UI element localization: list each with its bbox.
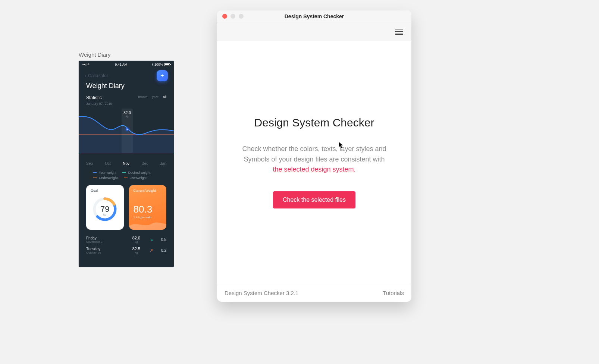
log-unit: kg bbox=[126, 240, 147, 244]
menu-button[interactable] bbox=[395, 28, 403, 36]
artboard-label: Weight Diary bbox=[79, 51, 174, 58]
status-battery: 100% bbox=[154, 63, 163, 66]
footer-version: Design System Checker 3.2.1 bbox=[225, 290, 298, 296]
status-time: 9:41 AM bbox=[115, 63, 127, 66]
chevron-left-icon: ‹ bbox=[85, 73, 86, 78]
range-tab-year[interactable]: year bbox=[152, 95, 159, 99]
battery-icon bbox=[164, 63, 170, 66]
arrow-up-icon: ↗ bbox=[146, 248, 156, 253]
chart-legend: Your weight Desired weight Underweight O… bbox=[79, 166, 174, 180]
log-day: Tuesday bbox=[86, 247, 126, 251]
log-row[interactable]: Friday November 3 82.0 kg ↘ 0.5 bbox=[86, 234, 166, 245]
signal-icon: ••ıl ᯤ bbox=[82, 63, 91, 66]
window-body: Design System Checker Check whether the … bbox=[217, 41, 411, 284]
nav-back[interactable]: ‹ Calculator bbox=[85, 73, 108, 78]
month-dec[interactable]: Dec bbox=[142, 161, 148, 166]
legend-desired-weight: Desired weight bbox=[128, 171, 151, 175]
phone-mock: ••ıl ᯤ 9:41 AM ᚼ 100% ‹ Calculator + Wei… bbox=[79, 61, 174, 267]
log-value: 82.5 bbox=[126, 247, 147, 251]
page-title: Weight Diary bbox=[79, 81, 174, 90]
log-day: Friday bbox=[86, 236, 126, 240]
description-text: Check whether the colors, texts, layer s… bbox=[242, 145, 386, 163]
arrow-down-icon: ↘ bbox=[146, 237, 156, 242]
tutorials-link[interactable]: Tutorials bbox=[383, 290, 404, 296]
check-files-button[interactable]: Check the selected files bbox=[273, 191, 355, 208]
log-delta: 0.5 bbox=[156, 238, 166, 242]
window-minimize-button[interactable] bbox=[230, 14, 235, 19]
plus-icon: + bbox=[160, 72, 164, 79]
artboard-weight-diary[interactable]: Weight Diary ••ıl ᯤ 9:41 AM ᚼ 100% ‹ Cal… bbox=[79, 51, 174, 267]
current-value: 80.3 bbox=[134, 204, 153, 215]
range-tab-all[interactable]: all bbox=[163, 95, 166, 99]
design-system-link[interactable]: the selected design system. bbox=[273, 166, 355, 173]
add-button[interactable]: + bbox=[157, 70, 168, 81]
goal-label: Goal bbox=[91, 189, 98, 192]
log-unit: kg bbox=[126, 251, 147, 254]
legend-your-weight: Your weight bbox=[99, 171, 116, 175]
log-date: November 3 bbox=[86, 240, 126, 244]
legend-overweight: Overweight bbox=[130, 176, 147, 180]
hamburger-icon bbox=[395, 29, 403, 30]
status-bar: ••ıl ᯤ 9:41 AM ᚼ 100% bbox=[79, 61, 174, 68]
titlebar[interactable]: Design System Checker bbox=[217, 10, 411, 22]
current-label: Current Weight bbox=[134, 189, 156, 192]
current-weight-card[interactable]: Current Weight 80.3 1.4 kg remain bbox=[129, 185, 167, 230]
desired-line bbox=[79, 153, 174, 153]
plugin-window: Design System Checker Design System Chec… bbox=[217, 10, 411, 302]
window-footer: Design System Checker 3.2.1 Tutorials bbox=[217, 284, 411, 302]
month-nov[interactable]: Nov bbox=[123, 161, 129, 166]
main-title: Design System Checker bbox=[254, 116, 374, 129]
bluetooth-icon: ᚼ bbox=[151, 63, 153, 66]
window-zoom-button[interactable] bbox=[239, 14, 244, 19]
window-title: Design System Checker bbox=[217, 13, 411, 19]
statistic-date: January 07, 2019 bbox=[86, 102, 112, 106]
month-sep[interactable]: Sep bbox=[86, 161, 93, 166]
month-axis: Sep Oct Nov Dec Jan bbox=[79, 153, 174, 166]
weight-chart[interactable]: 82.0 kg bbox=[79, 109, 174, 153]
log-delta: 0.2 bbox=[156, 248, 166, 252]
range-tab-month[interactable]: month bbox=[138, 95, 147, 99]
statistic-label: Statistic bbox=[86, 95, 112, 100]
goal-value: 79 bbox=[100, 204, 109, 214]
goal-unit: kg bbox=[103, 213, 106, 216]
month-jan[interactable]: Jan bbox=[160, 161, 166, 166]
main-description: Check whether the colors, texts, layer s… bbox=[239, 144, 390, 175]
window-close-button[interactable] bbox=[222, 14, 227, 19]
toolbar bbox=[217, 22, 411, 41]
log-date: October 30 bbox=[86, 251, 126, 254]
legend-underweight: Underweight bbox=[99, 176, 118, 180]
log-value: 82.0 bbox=[126, 236, 147, 240]
nav-back-label: Calculator bbox=[88, 73, 108, 78]
month-oct[interactable]: Oct bbox=[105, 161, 111, 166]
log-row[interactable]: Tuesday October 30 82.5 kg ↗ 0.2 bbox=[86, 245, 166, 256]
weight-log: Friday November 3 82.0 kg ↘ 0.5 Tuesday … bbox=[79, 230, 174, 256]
wave-icon bbox=[129, 219, 167, 230]
goal-card[interactable]: Goal 79 kg bbox=[86, 185, 124, 230]
